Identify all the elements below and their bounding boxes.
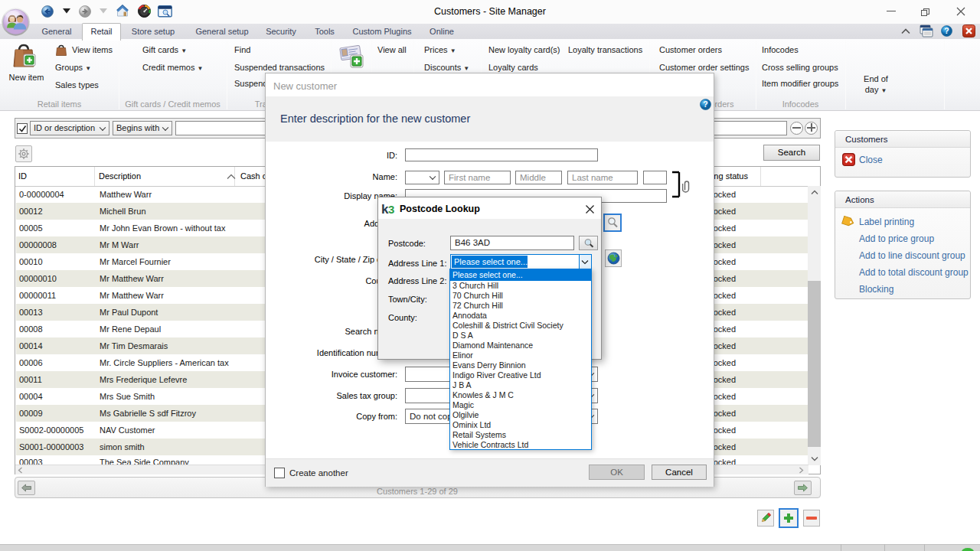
svg-text:3: 3 bbox=[388, 203, 394, 216]
svg-text:?: ? bbox=[703, 99, 707, 109]
svg-text:?: ? bbox=[944, 26, 949, 35]
